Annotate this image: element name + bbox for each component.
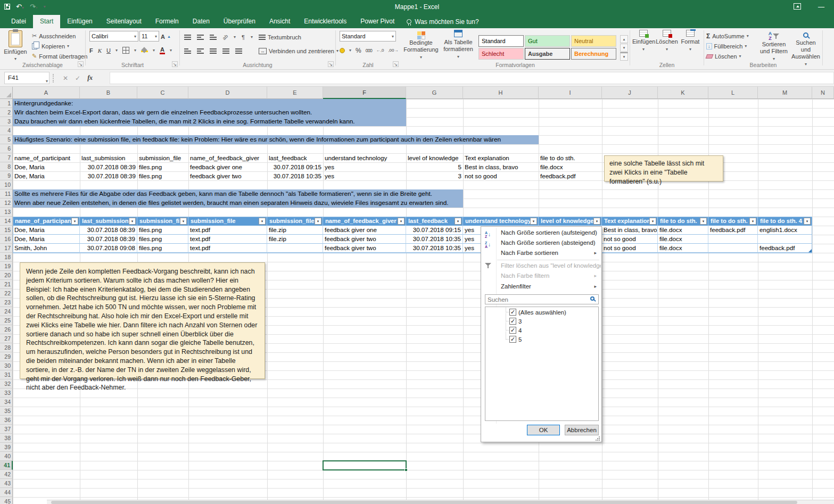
- cell-G7[interactable]: level of knowledge: [406, 153, 463, 162]
- banner-row-5[interactable]: Häufigstes Szenario: eine submission fil…: [13, 135, 539, 144]
- row-header-29[interactable]: 29: [0, 352, 13, 361]
- cell-E9[interactable]: 30.07.2018 10:35: [267, 171, 323, 180]
- cell-D16[interactable]: text.pdf: [188, 235, 267, 244]
- filter-value-3[interactable]: ✓3: [485, 318, 598, 325]
- row-header-43[interactable]: 43: [0, 479, 13, 488]
- cell-A7[interactable]: name_of_participant: [13, 153, 80, 162]
- filter-button-submission-file[interactable]: ▾: [259, 218, 266, 225]
- row-header-7[interactable]: 7: [0, 153, 13, 162]
- cell-I7[interactable]: file to do sth.: [539, 153, 602, 162]
- cell-J16[interactable]: not so good: [602, 235, 658, 244]
- row-header-18[interactable]: 18: [0, 253, 13, 262]
- cell-D15[interactable]: text.pdf: [188, 226, 267, 235]
- scrollbar-thumb[interactable]: [51, 501, 797, 504]
- row-header-37[interactable]: 37: [0, 425, 13, 434]
- filter-value-4[interactable]: ✓4: [485, 327, 598, 334]
- column-header-L[interactable]: L: [708, 87, 758, 99]
- row-header-32[interactable]: 32: [0, 379, 13, 389]
- table-header-E[interactable]: submission_file 2▾: [267, 217, 323, 226]
- column-header-D[interactable]: D: [188, 87, 267, 99]
- row-header-33[interactable]: 33: [0, 389, 13, 398]
- cell-B8[interactable]: 30.07.2018 08:39: [80, 162, 137, 171]
- row-header-39[interactable]: 39: [0, 443, 13, 452]
- row-header-2[interactable]: 2: [0, 108, 13, 117]
- cell-D7[interactable]: name_of_feedback_giver: [188, 153, 267, 162]
- table-header-A[interactable]: name_of_participant▾: [13, 217, 80, 226]
- row-header-44[interactable]: 44: [0, 488, 13, 497]
- note-callout-small[interactable]: eine solche Tabelle lässt sich mit zwei …: [604, 155, 723, 181]
- row-header-28[interactable]: 28: [0, 343, 13, 352]
- cell-F7[interactable]: understand technology: [323, 153, 406, 162]
- table-header-M[interactable]: file to do sth. 4▾: [758, 217, 812, 226]
- row-header-20[interactable]: 20: [0, 271, 13, 280]
- cell-G16[interactable]: 30.07.2018 10:35: [406, 235, 463, 244]
- cell-G8[interactable]: 5: [406, 162, 463, 171]
- row-header-31[interactable]: 31: [0, 370, 13, 379]
- row-header-14[interactable]: 14: [0, 217, 13, 226]
- cell-F15[interactable]: feedback giver one: [323, 226, 406, 235]
- row-header-36[interactable]: 36: [0, 416, 13, 425]
- filter-button-last-submission[interactable]: ▾: [129, 218, 136, 225]
- banner-row-2[interactable]: Wir dachten beim Excel-Export daran, das…: [13, 108, 406, 117]
- row-header-25[interactable]: 25: [0, 316, 13, 325]
- cell-F17[interactable]: feedback giver two: [323, 244, 406, 253]
- checkbox-checked-icon[interactable]: ✓: [509, 336, 516, 343]
- filter-button-file-to-do-sth-3[interactable]: ▾: [749, 218, 756, 225]
- row-header-21[interactable]: 21: [0, 280, 13, 289]
- row-header-34[interactable]: 34: [0, 398, 13, 407]
- filter-button-submission-file-2[interactable]: ▾: [315, 218, 321, 225]
- cell-E15[interactable]: file.zip: [267, 226, 323, 235]
- banner-row-12[interactable]: Wenn aber neue Zeilen entstehen, in dene…: [13, 199, 463, 208]
- cell-B7[interactable]: last_submission: [80, 153, 137, 162]
- cell-F16[interactable]: feedback giver two: [323, 235, 406, 244]
- checkbox-checked-icon[interactable]: ✓: [509, 327, 516, 334]
- row-header-22[interactable]: 22: [0, 289, 13, 298]
- cell-A15[interactable]: Doe, Maria: [13, 226, 80, 235]
- row-header-15[interactable]: 15: [0, 226, 13, 235]
- cell-E16[interactable]: file.zip: [267, 235, 323, 244]
- cell-A9[interactable]: Doe, Maria: [13, 171, 80, 180]
- column-header-B[interactable]: B: [80, 87, 137, 99]
- table-resize-handle[interactable]: [808, 249, 812, 252]
- cell-M16[interactable]: [758, 235, 812, 244]
- column-header-H[interactable]: H: [463, 87, 539, 99]
- cell-A17[interactable]: Smith, John: [13, 244, 80, 253]
- cell-A8[interactable]: Doe, Maria: [13, 162, 80, 171]
- row-header-40[interactable]: 40: [0, 452, 13, 461]
- table-header-K[interactable]: file to do sth.▾: [658, 217, 708, 226]
- ok-button[interactable]: OK: [527, 425, 560, 435]
- selected-cell-F41[interactable]: [323, 460, 407, 470]
- column-header-C[interactable]: C: [137, 87, 188, 99]
- cell-K17[interactable]: file.docx: [658, 244, 708, 253]
- cell-H9[interactable]: not so good: [463, 171, 539, 180]
- cell-F8[interactable]: yes: [323, 162, 406, 171]
- cell-F9[interactable]: yes: [323, 171, 406, 180]
- menu-number-filters[interactable]: Zahlenfilter ▸: [482, 282, 601, 292]
- filter-value-5[interactable]: ✓5: [485, 336, 598, 343]
- cell-H8[interactable]: Best in class, bravo: [463, 162, 539, 171]
- table-header-L[interactable]: file to do sth. 3▾: [708, 217, 758, 226]
- cell-E8[interactable]: 30.07.2018 09:15: [267, 162, 323, 171]
- cell-H7[interactable]: Text explanation: [463, 153, 539, 162]
- cell-K16[interactable]: file.docx: [658, 235, 708, 244]
- column-header-E[interactable]: E: [267, 87, 323, 99]
- row-header-27[interactable]: 27: [0, 334, 13, 343]
- row-header-13[interactable]: 13: [0, 208, 13, 217]
- row-header-17[interactable]: 17: [0, 244, 13, 253]
- column-header-F[interactable]: F: [323, 87, 406, 99]
- cell-B17[interactable]: 30.07.2018 09:08: [80, 244, 137, 253]
- cell-D8[interactable]: feedback giver one: [188, 162, 267, 171]
- row-header-4[interactable]: 4: [0, 126, 13, 135]
- row-header-35[interactable]: 35: [0, 407, 13, 416]
- table-header-J[interactable]: Text explanation▾: [602, 217, 658, 226]
- row-header-8[interactable]: 8: [0, 162, 13, 171]
- row-header-45[interactable]: 45: [0, 497, 13, 504]
- table-header-F[interactable]: name_of_feedback_giver▾: [323, 217, 406, 226]
- filter-button-name-of-participant[interactable]: ▾: [71, 218, 78, 225]
- cell-J15[interactable]: Best in class, bravo: [602, 226, 658, 235]
- row-header-23[interactable]: 23: [0, 298, 13, 307]
- checkbox-checked-icon[interactable]: ✓: [509, 318, 516, 325]
- menu-sort-ascending[interactable]: AZ↓ Nach Größe sortieren (aufsteigend): [482, 228, 601, 238]
- column-header-A[interactable]: A: [13, 87, 80, 99]
- cell-E7[interactable]: last_feedback: [267, 153, 323, 162]
